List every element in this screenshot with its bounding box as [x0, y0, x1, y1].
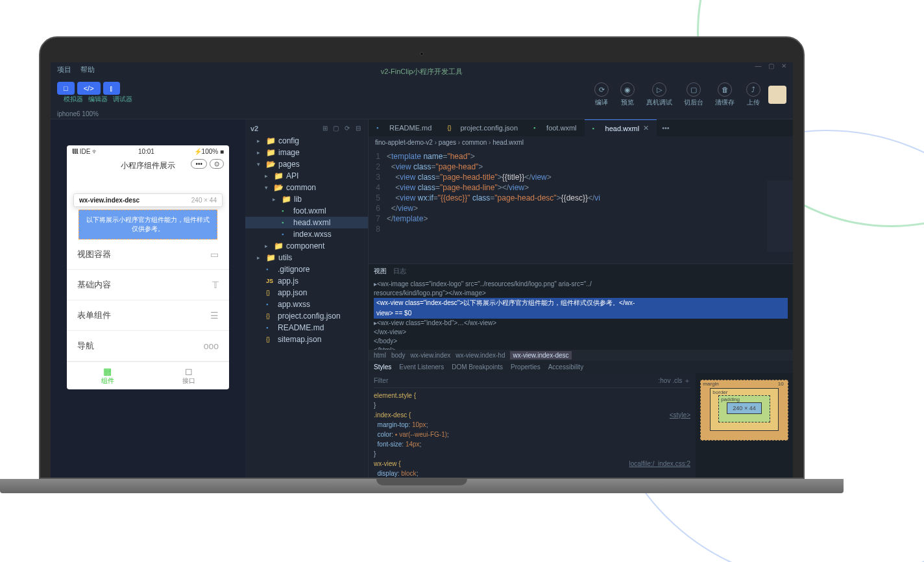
phone-tab-components[interactable]: ▦组件	[67, 362, 148, 389]
window-controls[interactable]: — ▢ ✕	[755, 62, 789, 69]
menu-icon: ☰	[210, 310, 219, 321]
file-explorer: v2⊞ ▢ ⟳ ⊟ ▸📁config ▸📁image ▾📂pages ▸📁API…	[245, 119, 369, 478]
window-title: v2-FinClip小程序开发工具	[51, 66, 793, 78]
tab-readme[interactable]: ▪README.md	[369, 120, 439, 136]
tab-project-config[interactable]: {}project.config.json	[439, 120, 526, 136]
box-content: 240 × 44	[727, 402, 761, 414]
ide-screen: 项目 帮助 v2-FinClip小程序开发工具 — ▢ ✕ □ </> ⫿ 模拟…	[51, 62, 793, 478]
file-app-wxss[interactable]: ▪app.wxss	[245, 299, 368, 310]
background-button[interactable]: ▢切后台	[684, 82, 703, 107]
tab-head[interactable]: ▪head.wxml✕	[585, 119, 657, 136]
file-foot-wxml[interactable]: ▪foot.wxml	[245, 205, 368, 217]
dots-icon: ooo	[204, 341, 219, 351]
folder-component[interactable]: ▸📁component	[245, 240, 368, 252]
capsule-close[interactable]: ⊙	[210, 159, 224, 169]
mode-simulator[interactable]: □	[57, 82, 75, 95]
highlighted-element: 以下将展示小程序官方组件能力，组件样式仅供参考。	[79, 210, 217, 239]
file-index-wxss[interactable]: ▪index.wxss	[245, 228, 368, 240]
file-sitemap[interactable]: {}sitemap.json	[245, 334, 368, 345]
dt-tab-view[interactable]: 视图	[374, 267, 387, 276]
folder-config[interactable]: ▸📁config	[245, 135, 368, 147]
label-simulator: 模拟器	[64, 95, 83, 104]
code-editor[interactable]: 1<template name="head"> 2 <view class="p…	[369, 149, 793, 263]
folder-image[interactable]: ▸📁image	[245, 147, 368, 158]
remote-button[interactable]: ▷真机调试	[646, 82, 672, 107]
phone-time: 10:01	[138, 148, 154, 155]
upload-button[interactable]: ⤴上传	[746, 82, 760, 107]
mode-debugger[interactable]: ⫿	[103, 82, 120, 95]
file-app-js[interactable]: JSapp.js	[245, 275, 368, 287]
list-item[interactable]: 视图容器▭	[67, 239, 229, 270]
cache-button[interactable]: 🗑清缓存	[715, 82, 735, 107]
folder-api[interactable]: ▸📁API	[245, 170, 368, 182]
text-icon: 𝕋	[212, 280, 219, 290]
editor-area: ▪README.md {}project.config.json ▪foot.w…	[369, 119, 793, 478]
properties-tab[interactable]: Properties	[511, 363, 541, 371]
close-icon[interactable]: ✕	[643, 124, 649, 132]
project-root[interactable]: v2	[250, 125, 258, 132]
phone-frame: 𝗹𝗹𝗹 IDE ᯤ 10:01 ⚡100% ■ 小程序组件展示 •••⊙ wx-…	[67, 145, 229, 389]
label-editor: 编辑器	[88, 95, 108, 104]
sim-status: iphone6 100%	[51, 109, 793, 119]
filter-input[interactable]: Filter	[374, 376, 388, 385]
capsule-menu[interactable]: •••	[191, 159, 207, 169]
box-model: margin10 border padding 240 × 44	[696, 373, 793, 478]
dom-breakpoints-tab[interactable]: DOM Breakpoints	[452, 363, 503, 371]
tabs-overflow[interactable]: •••	[657, 124, 675, 132]
event-listeners-tab[interactable]: Event Listeners	[399, 363, 444, 371]
editor-tabs: ▪README.md {}project.config.json ▪foot.w…	[369, 119, 793, 136]
minimap[interactable]	[767, 180, 793, 252]
styles-tab[interactable]: Styles	[374, 363, 391, 371]
tab-foot[interactable]: ▪foot.wxml	[526, 120, 584, 136]
list-item[interactable]: 基础内容𝕋	[67, 270, 229, 300]
phone-battery: ⚡100% ■	[194, 148, 224, 155]
avatar[interactable]	[768, 86, 786, 104]
dom-selected[interactable]: <wx-view class="index-desc">以下将展示小程序官方组件…	[374, 298, 788, 308]
explorer-actions[interactable]: ⊞ ▢ ⟳ ⊟	[322, 125, 363, 132]
toolbar: □ </> ⫿ 模拟器 编辑器 调试器 ⟳编译 ◉预览 ▷真机调试 ▢切后台	[51, 78, 793, 109]
file-app-json[interactable]: {}app.json	[245, 287, 368, 299]
phone-page-title: 小程序组件展示	[121, 161, 175, 170]
phone-carrier: 𝗹𝗹𝗹 IDE ᯤ	[72, 148, 99, 155]
dom-tree[interactable]: ▸<wx-image class="index-logo" src="../re…	[369, 278, 793, 350]
dom-breadcrumb[interactable]: htmlbodywx-view.indexwx-view.index-hdwx-…	[369, 350, 793, 361]
container-icon: ▭	[210, 249, 219, 260]
label-debugger: 调试器	[113, 95, 132, 104]
mode-editor[interactable]: </>	[77, 82, 101, 95]
dt-tab-log[interactable]: 日志	[393, 267, 406, 276]
folder-common[interactable]: ▾📂common	[245, 182, 368, 193]
simulator-panel: 𝗹𝗹𝗹 IDE ᯤ 10:01 ⚡100% ■ 小程序组件展示 •••⊙ wx-…	[51, 119, 245, 478]
devtools-panel: 视图 日志 ▸<wx-image class="index-logo" src=…	[369, 263, 793, 478]
hov-cls-toggle[interactable]: :hov .cls ＋	[659, 376, 690, 385]
accessibility-tab[interactable]: Accessibility	[548, 363, 583, 371]
breadcrumb[interactable]: fino-applet-demo-v2 › pages › common › h…	[369, 136, 793, 149]
file-project-config[interactable]: {}project.config.json	[245, 310, 368, 322]
list-item[interactable]: 表单组件☰	[67, 300, 229, 331]
laptop-frame: 项目 帮助 v2-FinClip小程序开发工具 — ▢ ✕ □ </> ⫿ 模拟…	[39, 36, 805, 493]
file-readme[interactable]: ▪README.md	[245, 322, 368, 334]
styles-panel[interactable]: Filter:hov .cls ＋ element.style { } .ind…	[369, 373, 696, 478]
preview-button[interactable]: ◉预览	[620, 82, 635, 107]
file-head-wxml[interactable]: ▪head.wxml	[245, 217, 368, 228]
camera-dot	[420, 52, 424, 56]
phone-tab-api[interactable]: ◻接口	[148, 362, 229, 389]
list-item[interactable]: 导航ooo	[67, 331, 229, 361]
folder-pages[interactable]: ▾📂pages	[245, 158, 368, 170]
compile-button[interactable]: ⟳编译	[594, 82, 609, 107]
folder-utils[interactable]: ▸📁utils	[245, 252, 368, 263]
inspect-tooltip: wx-view.index-desc 240 × 44	[73, 193, 223, 207]
file-gitignore[interactable]: ▪.gitignore	[245, 263, 368, 275]
folder-lib[interactable]: ▸📁lib	[245, 193, 368, 205]
